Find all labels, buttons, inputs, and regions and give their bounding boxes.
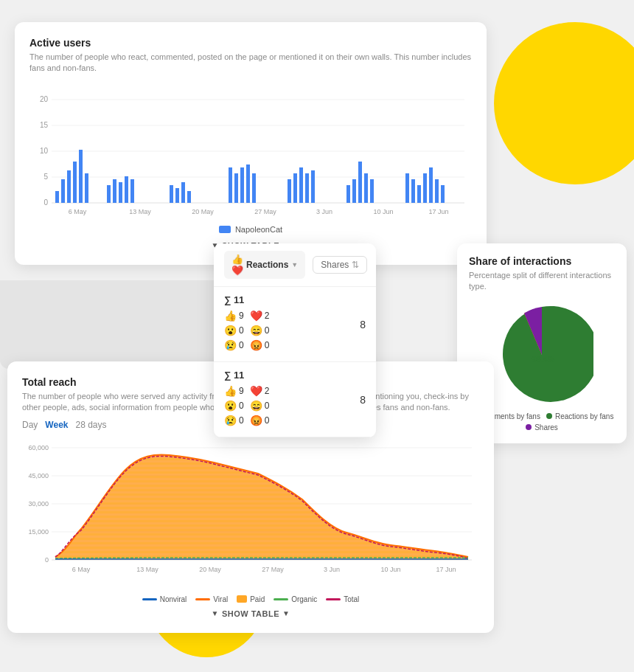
svg-text:30,000: 30,000 xyxy=(28,500,49,508)
sort-icon: ⇅ xyxy=(352,260,359,270)
svg-text:60,000: 60,000 xyxy=(28,444,49,451)
emoji-like-2: 👍 9 xyxy=(224,385,244,397)
svg-text:3 Jun: 3 Jun xyxy=(316,208,332,215)
svg-text:27 May: 27 May xyxy=(262,566,284,573)
legend-total: Total xyxy=(326,595,359,603)
pie-chart-container: 93.4% xyxy=(490,303,593,406)
love-icon: ❤️ xyxy=(250,310,262,322)
svg-text:6 May: 6 May xyxy=(69,208,87,215)
svg-text:93.4%: 93.4% xyxy=(532,355,554,364)
shares-tab[interactable]: Shares ⇅ xyxy=(313,256,367,274)
shares-dot xyxy=(526,424,532,430)
legend-organic: Organic xyxy=(274,595,317,603)
angry-icon-2: 😡 xyxy=(250,415,262,426)
svg-rect-38 xyxy=(293,173,297,203)
emoji-wow-1: 😮 0 xyxy=(224,325,244,336)
bar-chart-svg: 0 5 10 15 20 6 May 13 May 20 May 27 May … xyxy=(29,85,472,218)
emoji-sad-1: 😢 0 xyxy=(224,339,244,351)
svg-rect-52 xyxy=(435,179,439,203)
emoji-angry-2: 😡 0 xyxy=(250,415,270,426)
svg-rect-46 xyxy=(370,179,374,203)
page-wrapper: Active users The number of people who re… xyxy=(0,0,634,672)
show-table-button-total-reach[interactable]: ▼ SHOW TABLE ▼ xyxy=(22,609,479,618)
reactions-tab[interactable]: 👍❤️ Reactions ▼ xyxy=(224,251,305,279)
emoji-like-1: 👍 9 xyxy=(224,310,244,322)
svg-rect-23 xyxy=(107,185,111,203)
svg-rect-33 xyxy=(234,173,238,203)
like-icon: 👍 xyxy=(224,310,237,322)
svg-rect-43 xyxy=(352,179,356,203)
gray-overlay xyxy=(0,280,221,369)
tab-28days[interactable]: 28 days xyxy=(75,420,106,430)
emoji-wow-2: 😮 0 xyxy=(224,400,244,412)
svg-rect-31 xyxy=(187,191,191,203)
haha-icon-2: 😄 xyxy=(250,400,262,412)
legend-reactions: Reactions by fans xyxy=(546,412,614,420)
svg-text:17 Jun: 17 Jun xyxy=(428,208,448,215)
total-line xyxy=(326,598,341,600)
wow-icon: 😮 xyxy=(224,325,237,336)
svg-text:10 Jun: 10 Jun xyxy=(373,208,393,215)
legend-shares: Shares xyxy=(526,423,558,432)
viral-line xyxy=(195,598,210,600)
chevron-down-icon: ▼ xyxy=(291,261,298,269)
svg-text:27 May: 27 May xyxy=(254,208,276,215)
love-icon-2: ❤️ xyxy=(250,385,262,397)
reaction-count-right-2: 8 xyxy=(360,394,366,406)
reactions-emojis-2: ∑ 11 👍 9 ❤️ 2 😮 0 xyxy=(224,370,354,429)
svg-rect-53 xyxy=(441,185,445,203)
emoji-row-1b: 😮 0 😄 0 xyxy=(224,325,354,336)
yellow-circle-top-right xyxy=(494,22,634,184)
reactions-fb-icon: 👍❤️ xyxy=(231,254,243,276)
svg-rect-41 xyxy=(311,170,315,203)
svg-text:10 Jun: 10 Jun xyxy=(380,566,400,573)
reactions-group-2: ∑ 11 👍 9 ❤️ 2 😮 0 xyxy=(214,362,376,437)
svg-rect-50 xyxy=(423,173,427,203)
svg-rect-44 xyxy=(358,162,362,203)
svg-rect-27 xyxy=(130,179,134,203)
emoji-row-2b: 😮 0 😄 0 xyxy=(224,400,354,412)
total-reach-legend: Nonviral Viral Paid Organic Total xyxy=(22,595,479,603)
like-icon-2: 👍 xyxy=(224,385,237,397)
area-chart-svg: 0 15,000 30,000 45,000 60,000 6 May 13 M… xyxy=(22,440,479,588)
svg-text:10: 10 xyxy=(40,147,49,155)
emoji-row-1a: 👍 9 ❤️ 2 xyxy=(224,310,354,322)
svg-rect-40 xyxy=(305,173,309,203)
svg-text:15,000: 15,000 xyxy=(28,528,49,536)
legend-label-napoleoncat: NapoleonCat xyxy=(235,225,282,234)
reactions-emojis-1: ∑ 11 👍 9 ❤️ 2 😮 0 xyxy=(224,294,354,354)
svg-rect-49 xyxy=(417,185,421,203)
svg-rect-29 xyxy=(175,188,179,203)
svg-rect-36 xyxy=(252,173,256,203)
svg-rect-35 xyxy=(246,164,250,203)
angry-icon: 😡 xyxy=(250,339,262,351)
legend-paid: Paid xyxy=(237,595,265,603)
svg-rect-18 xyxy=(61,179,65,203)
svg-text:13 May: 13 May xyxy=(136,566,158,573)
tab-week[interactable]: Week xyxy=(45,420,68,430)
legend-viral: Viral xyxy=(195,595,228,603)
reactions-group-1: ∑ 11 👍 9 ❤️ 2 😮 0 xyxy=(214,287,376,362)
svg-rect-37 xyxy=(288,179,291,203)
share-subtitle: Percentage split of different interactio… xyxy=(469,270,615,293)
svg-rect-28 xyxy=(170,185,173,203)
tab-day[interactable]: Day xyxy=(22,420,38,430)
chevron-down-icon-right: ▼ xyxy=(282,609,290,617)
active-users-bar-chart: 0 5 10 15 20 6 May 13 May 20 May 27 May … xyxy=(29,85,472,218)
svg-text:20 May: 20 May xyxy=(192,208,214,215)
svg-text:0: 0 xyxy=(43,198,48,207)
haha-icon: 😄 xyxy=(250,325,262,336)
legend-nonviral: Nonviral xyxy=(142,595,187,603)
svg-rect-45 xyxy=(364,173,368,203)
paid-box xyxy=(237,595,247,603)
svg-text:15: 15 xyxy=(40,121,49,129)
svg-text:0: 0 xyxy=(45,556,49,564)
svg-rect-17 xyxy=(55,191,59,203)
svg-rect-51 xyxy=(429,167,433,203)
svg-rect-25 xyxy=(119,182,122,203)
svg-rect-24 xyxy=(113,179,116,203)
svg-text:45,000: 45,000 xyxy=(28,472,49,479)
share-title: Share of interactions xyxy=(469,255,615,267)
svg-rect-19 xyxy=(67,170,71,203)
emoji-haha-1: 😄 0 xyxy=(250,325,270,336)
